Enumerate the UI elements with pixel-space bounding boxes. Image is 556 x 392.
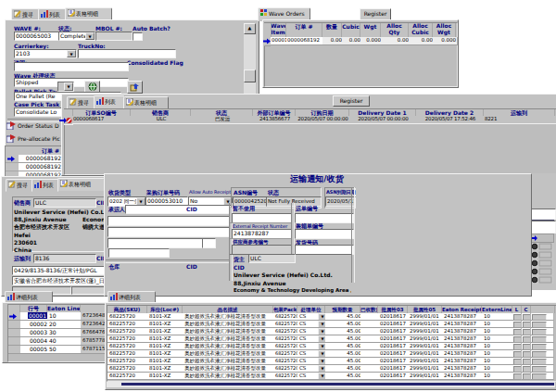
detail-main-cell[interactable]: 奥妙超效洗衣液汇净桂花清香型改量 xyxy=(183,373,277,380)
wave-orders-cell[interactable]: 0.000 xyxy=(433,37,458,45)
detail-main-hscrollbar[interactable] xyxy=(107,382,555,387)
wave-orders-col-header[interactable]: AllocCubic xyxy=(409,23,433,37)
chevron-down-icon[interactable]: ▼ xyxy=(85,32,95,40)
detail-main-cell[interactable]: 8101-XZ xyxy=(147,313,186,321)
detail-main-cell[interactable]: 68225720 xyxy=(107,343,151,350)
detail-main-cell[interactable]: 68225720 xyxy=(107,350,151,358)
detail-main-cell[interactable]: 2413878287 xyxy=(442,313,486,321)
so-cell[interactable]: 2020/05/07 17:52:46 xyxy=(416,116,486,124)
clipped-cell-box[interactable] xyxy=(532,351,547,358)
wave-orders-cell[interactable]: 0.00 xyxy=(409,37,435,45)
detail-main-col-header[interactable]: 品名描述 xyxy=(183,306,273,313)
detail-left-col-header[interactable]: Eaton Line# xyxy=(47,305,81,312)
detail-main-cell[interactable]: 45.00 xyxy=(325,321,364,328)
detail-main-cell[interactable]: 8101-XZ xyxy=(147,365,186,373)
so-col-header[interactable]: 销售商 xyxy=(131,109,191,116)
chevron-down-icon[interactable]: ▼ xyxy=(64,82,73,91)
wave-no-input[interactable]: 0000065003 xyxy=(14,32,60,41)
mini-grid-order-cell[interactable]: 0000068192 xyxy=(19,163,64,171)
detail-main-col-header[interactable]: 预期数量 xyxy=(325,306,360,313)
flag-box[interactable] xyxy=(523,336,531,343)
detail-main-cell[interactable]: 02018617 xyxy=(378,328,411,335)
clipped-cell-box[interactable] xyxy=(532,359,547,365)
flag-box[interactable] xyxy=(523,322,531,328)
detail-left-cell[interactable]: 10 xyxy=(47,312,83,321)
detail-left-cell[interactable]: 50 xyxy=(47,346,83,354)
detail-main-cell[interactable]: CS▼ xyxy=(297,350,329,358)
detail-left-cell[interactable]: 00005 xyxy=(20,346,50,354)
flag-box[interactable] xyxy=(513,314,522,321)
detail-main-col-header[interactable]: ExternLine No xyxy=(482,306,512,313)
wave-status-select[interactable]: Completed▼ xyxy=(58,32,95,41)
clipped-cell-box[interactable] xyxy=(532,344,547,350)
detail-main-cell[interactable]: 2999/01/01 xyxy=(408,343,446,350)
wave-orders-cell[interactable]: 0000068192 xyxy=(286,37,324,45)
detail-left-cell[interactable]: 00001 xyxy=(20,312,50,321)
detail-main-col-header[interactable]: C xyxy=(522,306,531,313)
row-selector-cell[interactable] xyxy=(8,321,20,329)
wave-orders-cell[interactable]: 0.00 xyxy=(342,37,362,45)
detail-main-cell[interactable]: 奥妙超效洗衣液汇净桂花清香型改量 xyxy=(183,358,277,365)
detail-main-cell[interactable]: 8101-XZ xyxy=(147,373,186,380)
carrier-addr-input[interactable] xyxy=(107,227,230,237)
detail-main-cell[interactable]: 2413878287 xyxy=(442,343,486,350)
detail-main-cell[interactable]: CS▼ xyxy=(297,321,329,328)
detail-main-cell[interactable]: 2999/01/01 xyxy=(408,350,446,358)
carrierkey-select[interactable]: 2103▼ xyxy=(14,49,77,58)
so-tab-form-detail[interactable]: 表格明细 xyxy=(123,96,169,109)
detail-main-cell[interactable]: 2999/01/01 xyxy=(408,328,446,335)
detail-main-cell[interactable]: 2999/01/01 xyxy=(408,358,446,365)
detail-main-cell[interactable]: 02018617 xyxy=(378,373,411,380)
flag-box[interactable] xyxy=(513,351,522,358)
detail-main-cell[interactable]: 2413878287 xyxy=(442,350,486,358)
detail-main-col-header[interactable]: Eaton Receipt No. xyxy=(442,306,482,313)
detail-main-cell[interactable]: 02018617 xyxy=(378,343,411,350)
detail-main-cell[interactable]: 68225720 xyxy=(107,328,151,335)
detail-main-cell[interactable]: 02018617 xyxy=(378,335,411,343)
detail-main-cell[interactable]: 45.00 xyxy=(325,350,364,358)
wave-orders-cell[interactable]: 0.00 xyxy=(381,37,411,45)
detail-main-cell[interactable]: 68225720 xyxy=(107,373,151,380)
so-col-header[interactable]: 运输到 xyxy=(484,109,555,116)
flag-box[interactable] xyxy=(523,351,531,358)
detail-main-cell[interactable]: 8101-XZ xyxy=(147,350,186,358)
detail-main-cell[interactable]: 45.00 xyxy=(325,358,364,365)
hscrollbar-thumb[interactable] xyxy=(121,383,554,386)
so-cell[interactable]: 2020/05/07 00:00:00 xyxy=(349,116,418,124)
wave-orders-cell[interactable]: 0.00 xyxy=(322,37,344,45)
detail-main-cell[interactable]: 2413878287 xyxy=(442,321,486,328)
note-input[interactable] xyxy=(14,62,129,71)
detail-main-cell[interactable]: 2413878287 xyxy=(442,335,486,343)
flag-box[interactable] xyxy=(513,336,522,343)
detail-main-cell[interactable]: 10 xyxy=(482,321,516,328)
detail-main-cell[interactable]: 10 xyxy=(482,373,516,380)
detail-main-cell[interactable]: 奥妙超效洗衣液汇净桂花清香型改量 xyxy=(183,328,277,335)
carrier-input[interactable] xyxy=(125,205,230,214)
so-col-header[interactable]: 状态 xyxy=(191,109,253,116)
detail-left-cell[interactable]: 00002 xyxy=(20,321,50,329)
detail-main-cell[interactable]: 68225720 xyxy=(107,358,151,365)
detail-main-cell[interactable]: 8101-XZ xyxy=(147,335,186,343)
detail-main-cell[interactable]: 奥妙超效洗衣液汇净桂花清香型改量 xyxy=(183,350,277,358)
clipped-cell-box[interactable] xyxy=(532,329,547,335)
vendor-tab-form-detail[interactable]: 表格明细 xyxy=(57,178,105,192)
detail-main-cell[interactable]: CS▼ xyxy=(297,335,329,343)
detail-main-cell[interactable]: 02018617 xyxy=(378,365,411,373)
detail-main-cell[interactable]: 10 xyxy=(482,328,516,335)
auto-batch-checkbox[interactable] xyxy=(133,32,143,41)
detail-main-col-header[interactable]: 已收数量 xyxy=(360,306,378,313)
carrier-city-input[interactable] xyxy=(107,238,203,248)
detail-main-cell[interactable]: 10 xyxy=(482,335,516,343)
so-cell[interactable]: 2413856677 xyxy=(253,116,297,124)
detail-left-cell[interactable]: 30 xyxy=(47,329,83,337)
detail-main-cell[interactable]: 2999/01/01 xyxy=(408,365,446,373)
detail-main-cell[interactable]: 45.00 xyxy=(325,373,364,380)
register-button-so[interactable]: Register xyxy=(333,95,370,107)
flag-box[interactable] xyxy=(513,359,522,365)
wave-orders-col-header[interactable]: AllocQty xyxy=(381,23,409,37)
detail-main-cell[interactable]: 2999/01/01 xyxy=(408,373,446,380)
truckno-input[interactable] xyxy=(78,49,176,58)
detail-main-cell[interactable]: 10 xyxy=(482,350,516,358)
clipped-cell-box[interactable] xyxy=(532,366,547,373)
clipped-cell-box[interactable] xyxy=(532,336,547,343)
